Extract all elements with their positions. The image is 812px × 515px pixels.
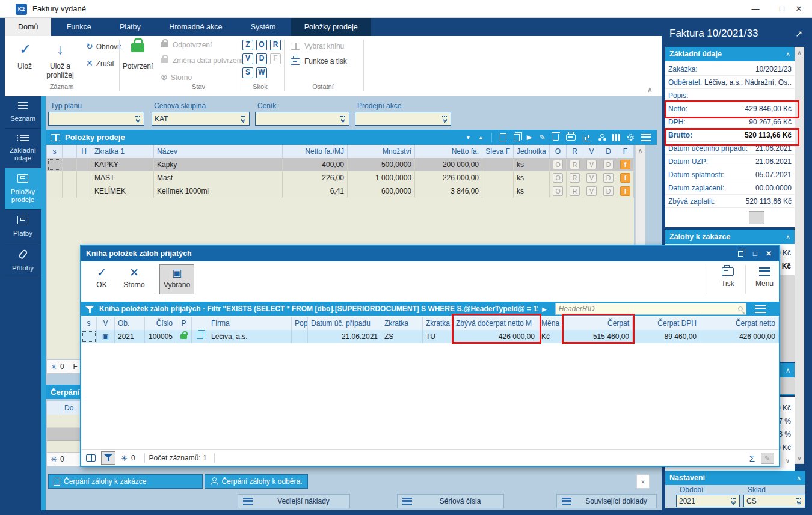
d-button[interactable]: D: [603, 186, 614, 196]
sidebar-item-seznam[interactable]: Seznam: [5, 96, 41, 129]
note-button[interactable]: [749, 211, 764, 224]
v-button[interactable]: V: [586, 186, 597, 196]
tab-polozky-prodeje[interactable]: Položky prodeje: [291, 18, 371, 36]
functions-print-button[interactable]: Funkce a tisk: [291, 57, 347, 66]
r-button[interactable]: R: [570, 173, 580, 183]
tab-domu[interactable]: Domů: [5, 18, 51, 36]
jump-s-button[interactable]: S: [242, 67, 253, 78]
sum-icon[interactable]: Σ: [749, 453, 755, 463]
refresh-button[interactable]: ↻Obnovit: [86, 41, 121, 51]
tab-funkce[interactable]: Funkce: [54, 18, 105, 36]
tab-hromadne-akce[interactable]: Hromadné akce: [156, 18, 235, 36]
vybrano-toggle[interactable]: ▣Vybráno: [159, 264, 194, 294]
sklad-dropdown[interactable]: CS: [743, 495, 805, 507]
checked-box-icon[interactable]: ▣: [102, 332, 109, 341]
save-and-view-button[interactable]: Ulož a prohlížej: [40, 62, 81, 80]
confirm-button[interactable]: Potvrzení: [119, 62, 156, 70]
jump-w-button[interactable]: W: [256, 67, 267, 78]
o-button[interactable]: O: [553, 160, 563, 169]
dialog-grid-row[interactable]: ▣ 2021 100005 Léčiva, a.s. 21.06.2021 ZS…: [81, 330, 779, 343]
cerpani-zalohy-zakazka-button[interactable]: Čerpání zálohy k zakázce: [48, 474, 203, 489]
o-button[interactable]: O: [553, 186, 563, 196]
run-icon[interactable]: ▶: [527, 133, 532, 141]
columns-icon[interactable]: [612, 134, 620, 141]
seriova-cisla-button[interactable]: Sériová čísla: [397, 494, 504, 508]
sort-desc-icon[interactable]: ▼: [466, 135, 471, 141]
f-button[interactable]: f: [620, 160, 630, 169]
minimize-button[interactable]: —: [742, 0, 769, 17]
settings-icon[interactable]: [627, 134, 634, 141]
collapse-icon[interactable]: ∧: [786, 233, 790, 241]
panel-scrollbar[interactable]: ∧ ∨: [795, 47, 804, 464]
dialog-menu-button[interactable]: Menu: [750, 266, 779, 288]
typ-planu-dropdown[interactable]: [48, 112, 144, 126]
o-button[interactable]: O: [553, 173, 563, 183]
save-and-view-icon[interactable]: ↓: [48, 41, 72, 58]
close-button[interactable]: ✕: [786, 0, 812, 17]
grid-header[interactable]: s H Zkratka 1 Název Netto fa./MJ Množstv…: [47, 145, 634, 158]
section-zalohy-k-zakazce[interactable]: Zálohy k zakázce∧: [665, 230, 795, 244]
filter-menu-icon[interactable]: [755, 305, 766, 313]
scroll-down-icon[interactable]: ∨: [786, 454, 790, 468]
dock-icon[interactable]: [738, 251, 743, 257]
cenova-skupina-dropdown[interactable]: KAT: [152, 112, 250, 126]
r-button[interactable]: R: [570, 186, 580, 196]
souvisejici-doklady-button[interactable]: Související doklady: [556, 494, 657, 508]
jump-d-button[interactable]: D: [256, 53, 267, 64]
prodejni-akce-dropdown[interactable]: [355, 112, 451, 126]
save-icon[interactable]: ✓: [13, 41, 37, 58]
obdobi-dropdown[interactable]: 2021: [676, 495, 740, 507]
play-icon[interactable]: ▶: [542, 306, 547, 312]
menu-icon[interactable]: [641, 134, 651, 141]
jump-v-button[interactable]: V: [242, 53, 253, 64]
f-button[interactable]: f: [620, 186, 630, 196]
f-button[interactable]: f: [620, 173, 630, 183]
d-button[interactable]: D: [603, 173, 614, 183]
new-item-icon[interactable]: [500, 133, 506, 141]
dialog-maximize-icon[interactable]: □: [753, 249, 757, 258]
related-records-icon[interactable]: [598, 134, 605, 141]
cerpani-row[interactable]: [47, 428, 80, 441]
cenik-dropdown[interactable]: [255, 112, 349, 126]
print-icon[interactable]: [566, 134, 576, 141]
d-button[interactable]: D: [603, 160, 614, 169]
tisk-button[interactable]: Tisk: [714, 266, 742, 288]
jump-o-button[interactable]: O: [256, 40, 267, 50]
scroll-down-button[interactable]: ∨: [636, 474, 650, 489]
cerpani-zalohy-odberatel-button[interactable]: Čerpání zálohy k odběra...: [205, 474, 308, 489]
chart-icon[interactable]: [583, 134, 591, 141]
ok-button[interactable]: ✓OK: [88, 266, 115, 289]
section-zakladni-udaje[interactable]: Základní údaje∧: [665, 47, 795, 61]
dialog-close-icon[interactable]: ✕: [766, 249, 772, 258]
sidebar-item-platby[interactable]: Platby: [5, 210, 41, 243]
r-button[interactable]: R: [570, 160, 580, 169]
ribbon-collapse-icon[interactable]: ∧: [647, 85, 653, 94]
confirm-icon[interactable]: [131, 43, 144, 54]
storno-button[interactable]: ✕Storno: [118, 266, 150, 289]
collapse-ic[interactable]: ∧: [796, 474, 801, 482]
sort-asc-icon[interactable]: ▲: [478, 135, 484, 141]
v-button[interactable]: V: [586, 173, 597, 183]
save-button[interactable]: Ulož: [6, 62, 43, 70]
collapse-icon[interactable]: ∧: [786, 367, 790, 374]
external-link-icon[interactable]: ↗: [795, 29, 802, 38]
vedlejsi-naklady-button[interactable]: Vedlejší náklady: [238, 494, 350, 508]
grid-row-kapky[interactable]: KAPKY Kapky 400,00 500,0000 200 000,00 k…: [47, 158, 634, 171]
section-nastaveni[interactable]: Nastavení∧: [665, 471, 805, 485]
headerrid-searchbox[interactable]: [555, 303, 746, 315]
jump-r-button[interactable]: R: [270, 40, 281, 50]
dialog-grid-header[interactable]: s V Ob. Číslo P Firma Popi Datum úč. pří…: [81, 317, 779, 330]
collapse-icon[interactable]: ∧: [786, 50, 790, 58]
v-button[interactable]: V: [586, 160, 597, 169]
tab-platby[interactable]: Platby: [106, 18, 154, 36]
edit-icon[interactable]: ✎: [539, 133, 546, 142]
jump-z-button[interactable]: Z: [242, 40, 253, 50]
copy-icon[interactable]: [514, 134, 520, 141]
grid-row-mast[interactable]: MAST Mast 226,00 1 000,0000 226 000,00 k…: [47, 171, 634, 184]
book-icon[interactable]: [86, 454, 96, 462]
sidebar-item-zakladni-udaje[interactable]: Základní údaje: [5, 129, 41, 168]
cancel-button[interactable]: ✕Zrušit: [86, 58, 114, 68]
delete-icon[interactable]: [553, 134, 559, 141]
cerpani-row[interactable]: [47, 415, 80, 428]
sidebar-item-prilohy[interactable]: Přílohy: [5, 243, 41, 278]
